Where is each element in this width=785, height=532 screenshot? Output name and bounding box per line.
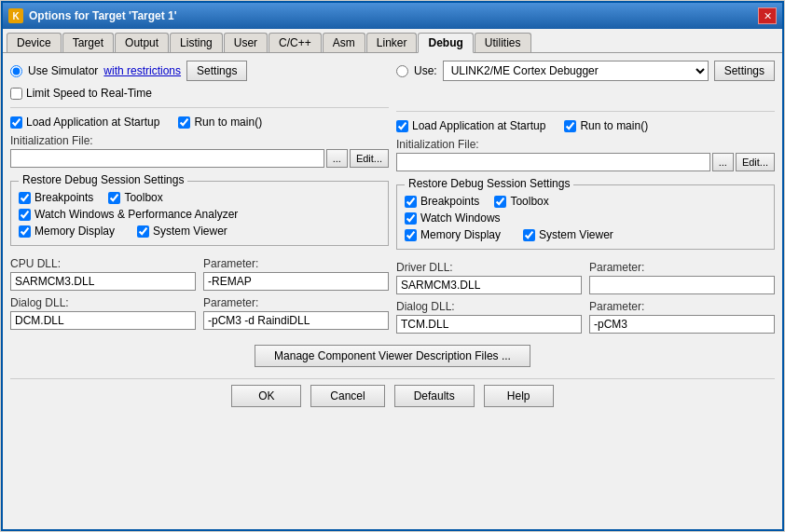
tab-output[interactable]: Output [115, 33, 169, 52]
left-init-input[interactable] [10, 149, 324, 168]
help-button[interactable]: Help [484, 385, 554, 407]
tab-target[interactable]: Target [62, 33, 114, 52]
right-watch-checkbox[interactable] [405, 212, 417, 225]
limit-speed-row: Limit Speed to Real-Time [10, 87, 389, 100]
right-panel: Use: ULINK2/ME Cortex Debugger Settings … [396, 61, 775, 334]
left-breakpoints-checkbox[interactable] [19, 192, 31, 204]
tab-user[interactable]: User [224, 33, 268, 52]
ok-button[interactable]: OK [231, 385, 301, 407]
left-sysviewer-checkbox[interactable] [137, 225, 149, 238]
right-spacer [396, 87, 775, 103]
left-sysviewer-row: System Viewer [137, 225, 227, 238]
defaults-button[interactable]: Defaults [394, 385, 475, 407]
right-driver-dll-section: Driver DLL: [396, 261, 582, 294]
right-watch-row: Watch Windows [405, 211, 501, 225]
left-sysviewer-label: System Viewer [153, 225, 227, 238]
right-memory-checkbox[interactable] [405, 229, 417, 241]
right-sysviewer-label: System Viewer [539, 228, 613, 241]
left-dialog-param-input[interactable] [203, 311, 389, 330]
left-run-main-checkbox[interactable] [178, 116, 190, 129]
limit-speed-checkbox[interactable] [10, 88, 22, 100]
tab-device[interactable]: Device [7, 33, 62, 52]
left-watch-label: Watch Windows & Performance Analyzer [34, 208, 238, 221]
simulator-radio[interactable] [10, 65, 22, 77]
left-load-row: Load Application at Startup Run to main(… [10, 116, 389, 129]
use-radio[interactable] [396, 65, 408, 77]
left-breakpoints-row: Breakpoints [19, 191, 93, 204]
left-edit-btn[interactable]: Edit... [350, 149, 389, 168]
left-dialog-param-label: Parameter: [203, 296, 389, 309]
simulator-label: Use Simulator [28, 64, 98, 77]
left-load-app-checkbox[interactable] [10, 116, 22, 129]
left-dialog-row: Dialog DLL: Parameter: [10, 296, 389, 330]
right-run-main-label: Run to main() [580, 119, 648, 132]
right-sysviewer-checkbox[interactable] [523, 229, 535, 241]
right-breakpoints-row: Breakpoints [405, 195, 479, 208]
tab-linker[interactable]: Linker [366, 33, 418, 52]
left-check-row1: Breakpoints Toolbox [19, 191, 380, 204]
left-dialog-dll-input[interactable] [10, 311, 196, 330]
right-dialog-param-input[interactable] [589, 315, 775, 334]
left-cpu-dll-input[interactable] [10, 272, 196, 291]
right-driver-param-input[interactable] [589, 276, 775, 294]
right-restore-content: Breakpoints Toolbox Watch Windows [405, 195, 766, 241]
left-dialog-dll-label: Dialog DLL: [10, 296, 196, 309]
right-run-main-row: Run to main() [564, 119, 648, 132]
left-dialog-dll-section: Dialog DLL: [10, 296, 196, 330]
right-settings-button[interactable]: Settings [714, 61, 775, 81]
right-dialog-dll-input[interactable] [396, 315, 582, 334]
left-browse-btn[interactable]: ... [326, 149, 348, 168]
left-cpu-dll-section: CPU DLL: [10, 257, 196, 291]
left-cpu-dll-label: CPU DLL: [10, 257, 196, 270]
right-toolbox-checkbox[interactable] [494, 196, 506, 208]
right-run-main-checkbox[interactable] [564, 120, 576, 132]
debugger-select[interactable]: ULINK2/ME Cortex Debugger [443, 61, 709, 81]
right-init-input-row: ... Edit... [396, 153, 775, 171]
right-memory-row: Memory Display [405, 228, 501, 241]
left-run-main-row: Run to main() [178, 116, 262, 129]
left-init-label: Initialization File: [10, 134, 389, 147]
right-driver-param-section: Parameter: [589, 261, 775, 294]
right-driver-row: Driver DLL: Parameter: [396, 261, 775, 294]
left-toolbox-checkbox[interactable] [108, 192, 120, 204]
manage-button[interactable]: Manage Component Viewer Description File… [255, 345, 530, 367]
right-edit-btn[interactable]: Edit... [736, 153, 775, 171]
tab-cpp[interactable]: C/C++ [269, 33, 322, 52]
window-title: Options for Target 'Target 1' [29, 9, 177, 22]
left-memory-row: Memory Display [19, 225, 115, 238]
left-memory-checkbox[interactable] [19, 225, 31, 238]
right-init-input[interactable] [396, 153, 710, 171]
left-settings-button[interactable]: Settings [186, 61, 247, 81]
right-driver-dll-label: Driver DLL: [396, 261, 582, 274]
right-breakpoints-checkbox[interactable] [405, 196, 417, 208]
left-breakpoints-label: Breakpoints [34, 191, 93, 204]
right-driver-param-label: Parameter: [589, 261, 775, 274]
tab-listing[interactable]: Listing [170, 33, 223, 52]
close-button[interactable]: ✕ [758, 7, 777, 24]
left-memory-label: Memory Display [34, 225, 115, 238]
right-check-row1: Breakpoints Toolbox [405, 195, 766, 208]
left-watch-checkbox[interactable] [19, 209, 31, 221]
tab-utilities[interactable]: Utilities [475, 33, 531, 52]
right-restore-label: Restore Debug Session Settings [405, 177, 573, 190]
right-browse-btn[interactable]: ... [712, 153, 734, 171]
right-memory-label: Memory Display [420, 228, 501, 241]
footer-buttons: OK Cancel Defaults Help [10, 378, 775, 413]
right-driver-dll-input[interactable] [396, 276, 582, 294]
main-content: Use Simulator with restrictions Settings… [3, 53, 782, 529]
limit-speed-label: Limit Speed to Real-Time [26, 87, 152, 100]
tab-debug[interactable]: Debug [418, 33, 473, 53]
left-check-row2: Watch Windows & Performance Analyzer [19, 208, 380, 221]
simulator-link[interactable]: with restrictions [103, 64, 181, 77]
right-dialog-dll-label: Dialog DLL: [396, 300, 582, 313]
use-label: Use: [414, 64, 437, 77]
cancel-button[interactable]: Cancel [310, 385, 384, 407]
right-load-app-checkbox[interactable] [396, 120, 408, 132]
left-watch-row: Watch Windows & Performance Analyzer [19, 208, 238, 221]
right-toolbox-label: Toolbox [510, 195, 548, 208]
right-check-row3: Memory Display System Viewer [405, 228, 766, 241]
left-cpu-param-input[interactable] [203, 272, 389, 291]
right-check-row2: Watch Windows [405, 211, 766, 225]
tab-asm[interactable]: Asm [323, 33, 365, 52]
left-load-app-row: Load Application at Startup [10, 116, 159, 129]
